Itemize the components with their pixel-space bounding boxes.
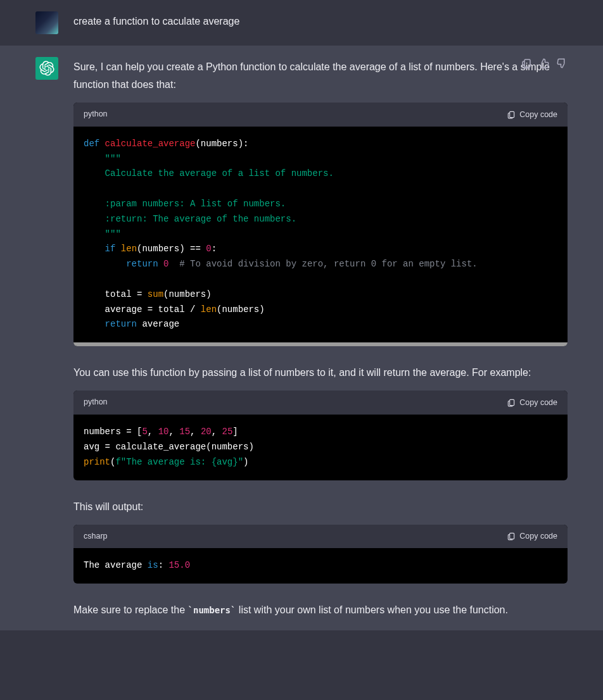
thumbs-down-icon[interactable] — [556, 57, 568, 75]
code-block-2: python Copy code numbers = [5, 10, 15, 2… — [73, 391, 568, 480]
clipboard-icon — [507, 110, 516, 119]
clipboard-icon — [507, 532, 516, 541]
user-text: create a function to caculate average — [73, 13, 568, 30]
horizontal-scrollbar[interactable] — [73, 342, 568, 346]
assistant-output-lead: This will output: — [73, 498, 568, 516]
user-avatar — [35, 11, 58, 34]
svg-rect-1 — [510, 111, 514, 117]
assistant-avatar — [35, 57, 58, 80]
svg-rect-3 — [510, 534, 514, 539]
code-block-3: csharp Copy code The average is: 15.0 — [73, 525, 568, 584]
code-content[interactable]: The average is: 15.0 — [73, 548, 568, 584]
copy-code-button[interactable]: Copy code — [507, 110, 557, 119]
code-content[interactable]: def calculate_average(numbers): """ Calc… — [73, 127, 568, 342]
code-content[interactable]: numbers = [5, 10, 15, 20, 25] avg = calc… — [73, 415, 568, 480]
assistant-intro: Sure, I can help you create a Python fun… — [73, 58, 568, 94]
svg-rect-2 — [510, 400, 514, 406]
code-block-1: python Copy code def calculate_average(n… — [73, 103, 568, 346]
clipboard-icon[interactable] — [521, 57, 532, 75]
assistant-usage-text: You can use this function by passing a l… — [73, 364, 568, 382]
user-message: create a function to caculate average — [0, 0, 603, 46]
code-lang-label: python — [84, 108, 108, 122]
inline-code: `numbers` — [188, 605, 236, 615]
code-lang-label: python — [84, 396, 108, 409]
copy-code-label: Copy code — [519, 398, 557, 407]
svg-rect-0 — [524, 59, 530, 67]
assistant-message: Sure, I can help you create a Python fun… — [0, 46, 603, 630]
copy-code-label: Copy code — [519, 532, 557, 541]
code-lang-label: csharp — [84, 530, 108, 544]
clipboard-icon — [507, 398, 516, 407]
copy-code-button[interactable]: Copy code — [507, 398, 557, 407]
copy-code-button[interactable]: Copy code — [507, 532, 557, 541]
assistant-closing: Make sure to replace the `numbers` list … — [73, 601, 568, 619]
copy-code-label: Copy code — [519, 110, 557, 119]
thumbs-up-icon[interactable] — [538, 57, 550, 75]
message-actions — [521, 57, 568, 75]
